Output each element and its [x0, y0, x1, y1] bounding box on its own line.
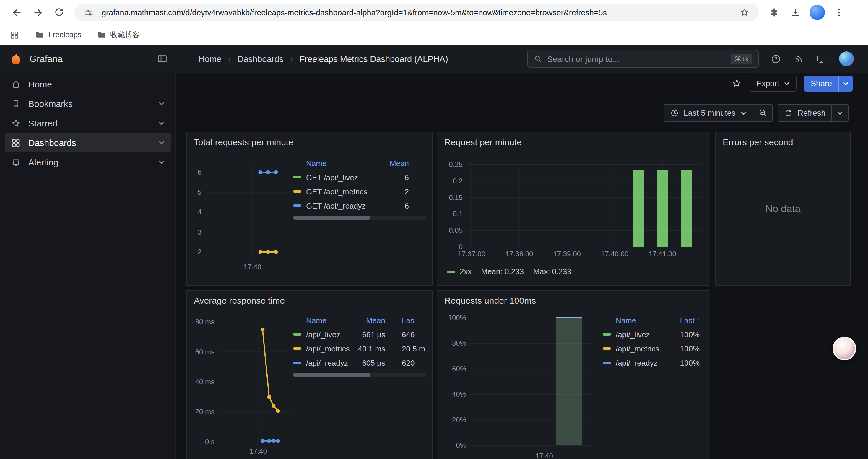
monitor-icon[interactable] [816, 54, 827, 64]
folder-icon [97, 30, 106, 40]
svg-text:80 ms: 80 ms [195, 318, 215, 326]
breadcrumb-dashboards[interactable]: Dashboards [237, 54, 283, 64]
value-cell: 20.5 m [385, 344, 427, 353]
table-column-header[interactable]: Name [603, 316, 670, 325]
zoom-out-button[interactable] [753, 104, 772, 121]
chevron-down-icon [843, 80, 849, 87]
url-text[interactable]: grafana.mathmast.com/d/deytv4rwavabkb/fr… [102, 8, 732, 17]
grafana-app: Grafana Home › Dashboards › Freeleaps Me… [0, 45, 868, 459]
reload-button[interactable] [50, 4, 68, 21]
sidebar-nav: Home Bookmarks Starred Dashboards [0, 73, 176, 459]
extensions-puzzle-icon[interactable] [765, 4, 783, 21]
floating-assistant-avatar[interactable] [833, 337, 856, 360]
url-bar[interactable]: grafana.mathmast.com/d/deytv4rwavabkb/fr… [74, 4, 759, 21]
back-button[interactable] [8, 4, 25, 21]
downloads-icon[interactable] [786, 4, 804, 21]
help-icon[interactable] [771, 54, 781, 64]
panel-requests-under-100ms: Requests under 100ms 0%20%40%60%80%100%1… [437, 290, 710, 459]
svg-text:17:37:00: 17:37:00 [458, 250, 485, 258]
panel-title[interactable]: Average response time [194, 295, 285, 305]
panel-title[interactable]: Errors per second [723, 137, 793, 147]
bookmark-icon [11, 98, 21, 109]
export-button[interactable]: Export [750, 75, 797, 91]
search-icon [533, 54, 542, 63]
grafana-body: Home Bookmarks Starred Dashboards [0, 73, 868, 459]
svg-text:20 ms: 20 ms [195, 407, 215, 416]
folder-icon [35, 30, 44, 40]
svg-text:5: 5 [198, 188, 202, 196]
export-label: Export [756, 79, 779, 88]
bookmark-folder-blogs[interactable]: 收藏博客 [97, 30, 140, 40]
series-swatch [293, 190, 301, 193]
bookmark-star-icon[interactable] [737, 5, 752, 20]
panel-errors-per-second: Errors per second No data [715, 132, 851, 286]
value-cell: 40.1 ms [351, 344, 385, 353]
legend-series-name[interactable]: 2xx [460, 267, 471, 276]
table-column-header[interactable]: Last * [670, 316, 700, 325]
chevron-down-icon[interactable] [153, 139, 169, 146]
panel-title[interactable]: Total requests per minute [194, 137, 293, 147]
refresh-group: Refresh [777, 104, 848, 122]
value-cell: 100% [670, 358, 700, 367]
grafana-user-avatar[interactable] [839, 52, 854, 66]
browser-profile-avatar[interactable] [809, 5, 825, 20]
dock-menu-toggle-icon[interactable] [157, 53, 168, 64]
apps-grid-icon[interactable] [9, 30, 20, 40]
search-input[interactable]: Search or jump to... ⌘+k [527, 50, 759, 68]
table-row: GET /api/_livez6 [293, 170, 427, 184]
browser-menu-kebab-icon[interactable] [830, 4, 848, 21]
bookmark-label: Freeleaps [49, 31, 81, 39]
panel-title[interactable]: Requests under 100ms [444, 295, 536, 305]
series-name-cell: /api/_metrics [293, 344, 351, 353]
table-column-header[interactable]: Name [293, 159, 376, 167]
legend-max-value: Max: 0.233 [533, 267, 571, 276]
time-range-picker[interactable]: Last 5 minutes [664, 104, 753, 121]
sidebar-item-alerting[interactable]: Alerting [5, 153, 171, 172]
svg-text:2: 2 [198, 248, 202, 256]
svg-text:60 ms: 60 ms [195, 348, 215, 356]
refresh-button[interactable]: Refresh [778, 104, 831, 121]
chevron-down-icon[interactable] [153, 100, 169, 107]
chevron-down-icon[interactable] [153, 119, 169, 127]
news-rss-icon[interactable] [794, 54, 804, 64]
table-column-header[interactable]: Mean [376, 159, 409, 167]
svg-text:17:40:00: 17:40:00 [601, 250, 628, 258]
grafana-logo[interactable] [8, 51, 24, 66]
svg-text:17:40: 17:40 [244, 263, 261, 271]
series-swatch [293, 347, 301, 350]
share-button[interactable]: Share [804, 75, 838, 91]
forward-button[interactable] [29, 4, 47, 21]
refresh-interval-dropdown[interactable] [832, 104, 848, 121]
table-column-header[interactable]: Mean [351, 316, 385, 325]
breadcrumb-home[interactable]: Home [198, 54, 221, 64]
horizontal-scrollbar[interactable] [293, 373, 427, 377]
sidebar-item-bookmarks[interactable]: Bookmarks [5, 94, 171, 113]
value-cell: 605 µs [351, 358, 385, 367]
svg-text:0.15: 0.15 [449, 193, 463, 201]
table-column-header[interactable]: Las [385, 316, 427, 325]
svg-text:17:41:00: 17:41:00 [649, 250, 676, 258]
series-name-cell: /api/_readyz [603, 358, 670, 367]
bookmark-folder-freeleaps[interactable]: Freeleaps [35, 30, 81, 40]
table-column-header[interactable]: Name [293, 316, 351, 325]
favorite-star-button[interactable] [732, 78, 742, 89]
scrollbar-thumb[interactable] [293, 373, 370, 377]
dashboard-canvas: Export Share Last 5 minutes [176, 73, 868, 459]
chevron-down-icon[interactable] [153, 158, 169, 166]
svg-text:3: 3 [198, 228, 202, 236]
panel-title[interactable]: Request per minute [444, 137, 522, 147]
sidebar-item-home[interactable]: Home [5, 74, 171, 94]
sidebar-item-starred[interactable]: Starred [5, 113, 171, 133]
panel-total-requests: Total requests per minute 2345617:40 Nam… [186, 132, 433, 286]
sidebar-item-dashboards[interactable]: Dashboards [5, 133, 171, 153]
table-header-row: NameLast * [603, 313, 700, 327]
nav-left: Grafana [0, 51, 176, 66]
horizontal-scrollbar[interactable] [293, 216, 427, 220]
avg_response_time-svg: 0 s20 ms40 ms60 ms80 ms17:40 [190, 294, 294, 459]
table-row: /api/_livez661 µs646 [293, 327, 427, 341]
svg-text:0%: 0% [456, 441, 466, 449]
site-settings-icon[interactable] [82, 5, 96, 20]
bookmark-label: 收藏博客 [110, 30, 140, 40]
share-dropdown-caret[interactable] [838, 75, 852, 91]
scrollbar-thumb[interactable] [293, 216, 370, 220]
